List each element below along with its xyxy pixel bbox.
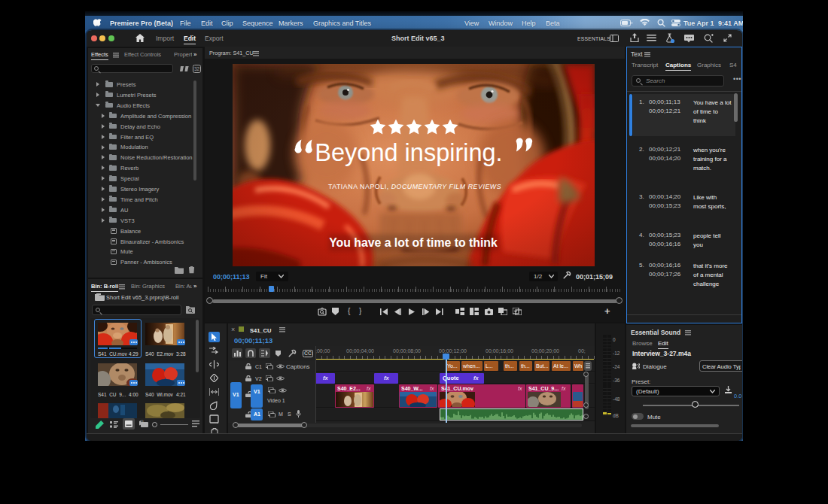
- svg-text:fx: fx: [142, 420, 144, 423]
- svg-text:Beyond inspiring.: Beyond inspiring.: [315, 139, 502, 166]
- svg-text:You have a lot of time to thin: You have a lot of time to think: [329, 236, 498, 249]
- svg-text:32: 32: [194, 66, 200, 71]
- svg-text:CC: CC: [304, 351, 312, 356]
- svg-text:TATIANA NAPOLI, DOCUMENTARY FI: TATIANA NAPOLI, DOCUMENTARY FILM REVIEWS: [328, 183, 501, 190]
